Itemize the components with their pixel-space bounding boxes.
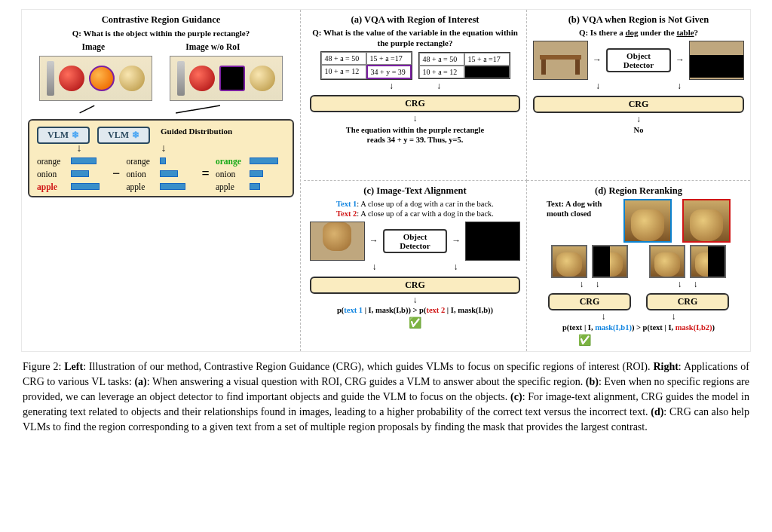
fork-icon: [47, 61, 54, 96]
panel-d-title: (d) Region Reranking: [533, 185, 744, 197]
vlm-block-2: VLM❄: [97, 127, 150, 144]
bar-icon: [71, 183, 100, 190]
panel-b: (b) VQA when Region is Not Given Q: Is t…: [527, 10, 750, 181]
crg-box: CRG: [548, 293, 631, 310]
image-without-roi: [170, 56, 283, 101]
rerank-group-2: ↓ ↓ CRG: [646, 245, 729, 311]
bar-icon: [250, 157, 278, 164]
distribution-box: VLM❄ VLM❄ Guided Distribution ↓↓ orange …: [28, 119, 294, 197]
figure-caption: Figure 2: Left: Illustration of our meth…: [21, 359, 751, 434]
equals-op: =: [202, 166, 210, 182]
dog-thumb-mask1: [592, 245, 628, 278]
fork-icon: [177, 61, 185, 96]
masked-cell: .: [464, 66, 510, 78]
table-image-masked: [689, 41, 744, 80]
check-icon: ✅: [533, 334, 744, 347]
table-image: [533, 41, 588, 80]
left-title: Contrastive Region Guidance: [28, 14, 294, 26]
dog-thumb: [551, 245, 587, 278]
figure-2: Contrastive Region Guidance Q: What is t…: [21, 9, 751, 435]
svg-line-1: [176, 105, 220, 113]
image-with-roi: [39, 56, 152, 101]
vlm-row: VLM❄ VLM❄ Guided Distribution: [37, 127, 285, 144]
check-icon: ✅: [310, 316, 520, 329]
left-question: Q: What is the object within the purple …: [28, 29, 294, 39]
right-panel: (a) VQA with Region of Interest Q: What …: [304, 10, 750, 351]
panel-d-text: Text: A dog with mouth closed: [547, 199, 613, 219]
vlm-block-1: VLM❄: [37, 127, 90, 144]
panel-a: (a) VQA with Region of Interest Q: What …: [304, 10, 527, 181]
object-detector-box: Object Detector: [383, 229, 448, 253]
dog-box-red: [682, 199, 731, 243]
minus-op: −: [112, 166, 120, 182]
dog-car-image-masked: [465, 222, 520, 261]
panel-d-masks: ↓ ↓ CRG ↓ ↓ CRG: [533, 245, 744, 311]
panel-c-probability: p(text 1 | I, mask(I,b)) > p(text 2 | I,…: [310, 306, 520, 314]
image-wo-roi-label: Image w/o RoI: [185, 42, 240, 51]
left-panel: Contrastive Region Guidance Q: What is t…: [22, 10, 301, 351]
flow-arrows: [28, 105, 294, 113]
eqn-with-roi: 48 + a = 5015 + a =17 10 + a = 1234 + y …: [320, 51, 412, 80]
dog-car-image: [310, 222, 365, 261]
onion-icon: [250, 66, 275, 91]
distribution-row: orange onion apple − orange onion apple …: [37, 157, 285, 191]
panel-c-flow: → Object Detector →: [310, 222, 520, 261]
dist-col-guided: orange onion apple: [216, 157, 285, 191]
image-header-row: Image Image w/o RoI: [28, 42, 294, 51]
apple-icon: [59, 66, 84, 91]
apple-icon: [189, 66, 215, 91]
panel-d-probability: p(text | I, mask(I,b1)) > p(text | I, ma…: [533, 323, 744, 332]
panel-a-question: Q: What is the value of the variable in …: [310, 28, 520, 49]
eqn-masked: 48 + a = 5015 + a =17 10 + a = 12.: [418, 52, 510, 79]
panel-b-answer: No: [533, 125, 744, 135]
bar-icon: [250, 170, 263, 177]
bar-icon: [160, 183, 185, 190]
dist-col-original: orange onion apple: [37, 157, 106, 191]
panel-b-question: Q: Is there a dog under the table?: [533, 28, 744, 38]
arrows-down: ↓↓: [37, 144, 285, 152]
crg-box: CRG: [533, 96, 744, 113]
panel-a-title: (a) VQA with Region of Interest: [310, 14, 520, 26]
panel-a-answer: The equation within the purple rectangle…: [310, 125, 520, 145]
masked-region-icon: [219, 66, 245, 91]
bar-icon: [160, 157, 166, 164]
panel-b-flow: → Object Detector →: [533, 41, 744, 80]
panel-b-title: (b) VQA when Region is Not Given: [533, 14, 744, 26]
dog-thumb-mask2: [690, 245, 726, 278]
rerank-group-1: ↓ ↓ CRG: [548, 245, 631, 311]
image-label: Image: [82, 42, 106, 51]
dog-thumb: [649, 245, 685, 278]
eqn-image-pair: 48 + a = 5015 + a =17 10 + a = 1234 + y …: [310, 51, 520, 80]
dog-box-blue: [623, 199, 672, 243]
panel-c-title: (c) Image-Text Alignment: [310, 185, 520, 197]
diagram-grid: Contrastive Region Guidance Q: What is t…: [21, 9, 751, 352]
panel-c-texts: Text 1: A close up of a dog with a car i…: [310, 199, 520, 219]
bar-icon: [250, 183, 260, 190]
orange-roi-box: [89, 66, 115, 91]
object-detector-box: Object Detector: [606, 48, 671, 72]
crg-box: CRG: [310, 95, 520, 112]
crg-box: CRG: [310, 277, 520, 294]
bar-icon: [71, 157, 96, 164]
svg-line-0: [80, 105, 95, 113]
highlighted-cell: 34 + y = 39: [366, 65, 412, 79]
panel-d-top: Text: A dog with mouth closed: [533, 199, 744, 243]
guided-distribution-label: Guided Distribution: [158, 127, 232, 136]
bar-icon: [160, 170, 178, 177]
onion-icon: [119, 66, 145, 91]
snowflake-icon: ❄: [132, 130, 139, 141]
panel-d: (d) Region Reranking Text: A dog with mo…: [527, 181, 750, 352]
dist-col-masked: orange onion apple: [126, 157, 195, 191]
snowflake-icon: ❄: [72, 130, 79, 141]
image-row: [28, 54, 294, 102]
panel-c: (c) Image-Text Alignment Text 1: A close…: [304, 181, 527, 352]
bar-icon: [71, 170, 89, 177]
crg-box: CRG: [646, 293, 729, 310]
